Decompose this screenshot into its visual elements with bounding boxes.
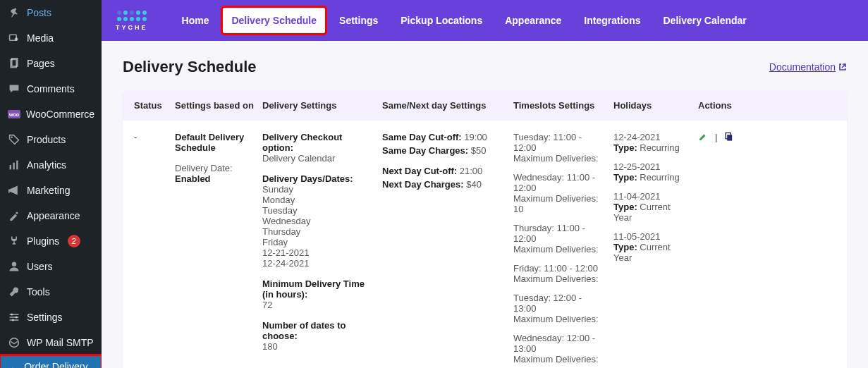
sidebar-item-media[interactable]: Media xyxy=(0,25,102,51)
next-cutoff-label: Next Day Cut-off: xyxy=(382,166,457,176)
next-charge-label: Next Day Charges: xyxy=(382,179,464,190)
sidebar-label: Marketing xyxy=(27,185,70,196)
external-link-icon xyxy=(838,63,847,71)
svg-point-1 xyxy=(15,37,18,41)
timeslot: Thursday: 11:00 - 12:00 xyxy=(513,223,585,244)
timeslot-max: Maximum Deliveries: xyxy=(513,314,599,324)
sidebar-item-woocommerce[interactable]: woo WooCommerce xyxy=(0,102,102,127)
th-delivery: Delivery Settings xyxy=(262,100,382,111)
logo-text: TYCHE xyxy=(116,24,148,31)
sidebar-item-appearance[interactable]: Appearance xyxy=(0,203,102,228)
holiday-date: 11-04-2021 xyxy=(613,191,661,202)
svg-point-6 xyxy=(11,137,13,138)
holiday-type-label: Type: xyxy=(613,172,637,183)
copy-icon[interactable] xyxy=(724,132,734,142)
same-charge-value: $50 xyxy=(471,145,487,156)
th-actions: Actions xyxy=(698,100,754,111)
sidebar-item-wp-mail-smtp[interactable]: WP Mail SMTP xyxy=(0,330,102,355)
tyche-logo: TYCHE xyxy=(116,11,157,31)
sidebar-item-marketing[interactable]: Marketing xyxy=(0,178,102,203)
tab-settings[interactable]: Settings xyxy=(331,8,386,33)
sidebar-label: Pages xyxy=(27,58,55,69)
svg-rect-9 xyxy=(16,161,18,170)
cell-sameday: Same Day Cut-off: 19:00 Same Day Charges… xyxy=(382,132,513,368)
th-based: Settings based on xyxy=(175,100,262,111)
tab-pickup-locations[interactable]: Pickup Locations xyxy=(392,8,491,33)
day: 12-24-2021 xyxy=(262,258,310,269)
cell-based: Default Delivery Schedule Delivery Date:… xyxy=(175,132,262,368)
sidebar-item-comments[interactable]: Comments xyxy=(0,76,102,102)
page-content: Delivery Schedule Documentation Status S… xyxy=(102,41,868,368)
tab-integrations[interactable]: Integrations xyxy=(575,8,649,33)
th-sameday: Same/Next day Settings xyxy=(382,100,513,111)
holiday-type-label: Type: xyxy=(613,142,637,153)
checkout-value: Delivery Calendar xyxy=(262,153,335,164)
sidebar-item-users[interactable]: Users xyxy=(0,254,102,279)
analytics-icon xyxy=(7,158,21,172)
plugin-topbar: TYCHE Home Delivery Schedule Settings Pi… xyxy=(102,0,868,41)
timeslot-max: Maximum Deliveries: xyxy=(513,274,599,284)
sidebar-label: Media xyxy=(27,32,54,44)
table-row: - Default Delivery Schedule Delivery Dat… xyxy=(123,121,847,368)
tab-delivery-calendar[interactable]: Delivery Calendar xyxy=(654,8,754,33)
plugins-icon xyxy=(7,234,21,248)
cell-delivery: Delivery Checkout option: Delivery Calen… xyxy=(262,132,382,368)
same-charge-label: Same Day Charges: xyxy=(382,145,468,156)
num-dates-value: 180 xyxy=(262,341,278,352)
sidebar-item-analytics[interactable]: Analytics xyxy=(0,152,102,178)
settings-icon xyxy=(7,310,21,324)
edit-icon[interactable] xyxy=(698,132,708,142)
day: 12-21-2021 xyxy=(262,247,310,258)
sidebar-label: Products xyxy=(27,134,66,145)
timeslot: Wednesday: 12:00 - 13:00 xyxy=(513,333,595,354)
cell-actions: | xyxy=(698,132,754,368)
woocommerce-icon: woo xyxy=(7,107,20,121)
sidebar-item-pages[interactable]: Pages xyxy=(0,51,102,76)
day: Wednesday xyxy=(262,216,310,226)
th-holidays: Holidays xyxy=(613,100,698,111)
page-title: Delivery Schedule xyxy=(123,58,257,76)
holiday-type: Recurring xyxy=(640,142,679,153)
sidebar-item-tools[interactable]: Tools xyxy=(0,279,102,305)
sidebar-label: Posts xyxy=(27,7,51,18)
table-header: Status Settings based on Delivery Settin… xyxy=(123,90,847,121)
sidebar-item-settings[interactable]: Settings xyxy=(0,305,102,330)
day: Monday xyxy=(262,195,295,205)
sidebar-label: Settings xyxy=(27,312,63,323)
day: Sunday xyxy=(262,184,293,195)
documentation-label: Documentation xyxy=(769,61,836,73)
sidebar-item-posts[interactable]: Posts xyxy=(0,0,102,25)
schedule-title: Default Delivery Schedule xyxy=(175,132,255,153)
svg-point-10 xyxy=(16,211,18,214)
sidebar-item-order-delivery-date[interactable]: Order Delivery Date xyxy=(0,355,102,368)
tab-home[interactable]: Home xyxy=(173,8,218,33)
timeslot: Friday: 11:00 - 12:00 xyxy=(513,263,598,274)
day: Thursday xyxy=(262,226,300,237)
next-cutoff-value: 21:00 xyxy=(460,166,483,176)
svg-point-16 xyxy=(16,316,18,318)
timeslot-max: Maximum Deliveries: xyxy=(513,153,599,164)
holiday-type-label: Type: xyxy=(613,242,637,252)
pin-icon xyxy=(7,6,21,20)
media-icon xyxy=(7,31,21,45)
holiday-date: 12-24-2021 xyxy=(613,132,661,142)
svg-point-15 xyxy=(11,313,13,315)
documentation-link[interactable]: Documentation xyxy=(769,61,847,73)
th-timeslots: Timeslots Settings xyxy=(513,100,613,111)
svg-text:woo: woo xyxy=(8,112,19,117)
same-cutoff-label: Same Day Cut-off: xyxy=(382,132,462,142)
cell-timeslots: Tuesday: 11:00 - 12:00Maximum Deliveries… xyxy=(513,132,613,368)
wp-admin-sidebar: Posts Media Pages Comments woo WooCommer… xyxy=(0,0,102,368)
min-time-label: Minimum Delivery Time (in hours): xyxy=(262,278,365,300)
timeslot: Tuesday: 11:00 - 12:00 xyxy=(513,132,582,153)
tab-appearance[interactable]: Appearance xyxy=(496,8,570,33)
sidebar-item-plugins[interactable]: Plugins 2 xyxy=(0,228,102,254)
sidebar-item-products[interactable]: Products xyxy=(0,127,102,152)
next-charge-value: $40 xyxy=(466,179,482,190)
day: Tuesday xyxy=(262,205,297,216)
main-area: TYCHE Home Delivery Schedule Settings Pi… xyxy=(102,0,868,368)
logo-dots-icon xyxy=(117,11,147,21)
svg-point-17 xyxy=(12,319,14,321)
tab-delivery-schedule[interactable]: Delivery Schedule xyxy=(223,8,325,33)
same-cutoff-value: 19:00 xyxy=(464,132,487,142)
